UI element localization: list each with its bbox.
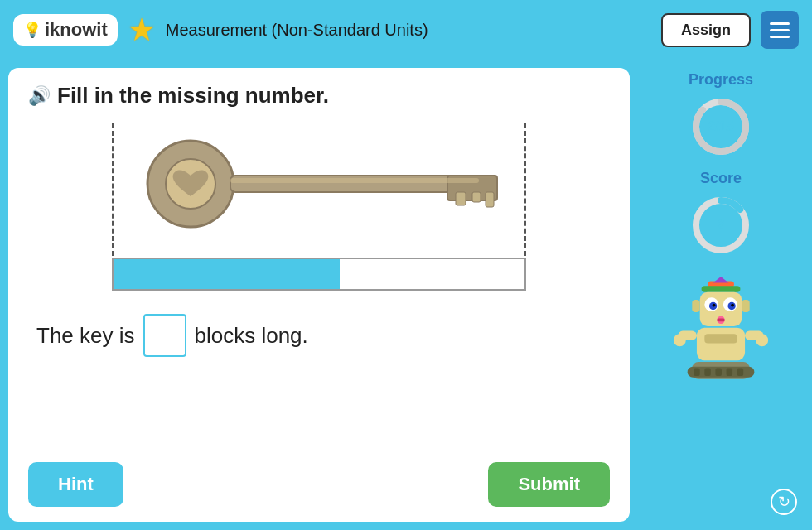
svg-rect-14 — [702, 286, 741, 292]
bulb-icon: 💡 — [23, 21, 41, 39]
score-circle: 2 — [688, 192, 754, 258]
svg-marker-13 — [713, 277, 729, 283]
star-icon: ★ — [128, 12, 156, 48]
svg-rect-23 — [717, 319, 724, 322]
next-arrow-button[interactable]: ↻ — [771, 489, 797, 515]
key-container — [112, 123, 526, 256]
sound-icon[interactable]: 🔊 — [28, 85, 51, 107]
app-header: 💡 iknowit ★ Measurement (Non-Standard Un… — [0, 0, 812, 60]
hamburger-line-1 — [770, 22, 790, 25]
svg-rect-26 — [697, 328, 745, 360]
assign-button[interactable]: Assign — [661, 13, 751, 47]
dashed-line-left — [112, 123, 114, 256]
progress-circle: 2/15 — [688, 94, 754, 160]
svg-rect-35 — [704, 369, 711, 376]
hamburger-line-3 — [770, 36, 790, 38]
question-header: 🔊 Fill in the missing number. — [28, 83, 610, 108]
progress-value: 2/15 — [708, 119, 733, 134]
svg-point-20 — [713, 304, 716, 307]
right-panel: Progress 2/15 Score 2 — [638, 68, 804, 522]
mascot-area — [667, 275, 775, 399]
sentence-before: The key is — [36, 323, 135, 349]
svg-rect-36 — [715, 369, 722, 376]
svg-rect-6 — [486, 192, 494, 207]
bar-filled-portion — [114, 259, 340, 289]
measurement-bar — [112, 258, 526, 291]
svg-rect-25 — [742, 300, 749, 312]
key-image-area — [28, 123, 610, 291]
svg-rect-7 — [230, 178, 479, 183]
robot-mascot — [667, 275, 775, 399]
lesson-title: Measurement (Non-Standard Units) — [166, 21, 651, 40]
score-label: Score — [700, 170, 742, 187]
svg-rect-24 — [692, 300, 699, 312]
action-buttons-row: Hint Submit — [28, 455, 610, 507]
dashed-line-right — [524, 123, 526, 256]
logo: 💡 iknowit — [13, 14, 118, 46]
svg-point-31 — [756, 334, 768, 346]
svg-rect-4 — [456, 192, 466, 205]
progress-label: Progress — [689, 71, 753, 89]
key-svg — [124, 130, 514, 238]
main-layout: 🔊 Fill in the missing number. — [0, 60, 812, 530]
question-instruction: Fill in the missing number. — [57, 83, 329, 108]
svg-point-30 — [674, 334, 686, 346]
progress-section: Progress 2/15 — [688, 71, 754, 160]
sentence-after: blocks long. — [195, 323, 308, 349]
hint-button[interactable]: Hint — [28, 462, 123, 507]
svg-rect-34 — [694, 369, 700, 376]
hamburger-line-2 — [770, 29, 790, 31]
question-panel: 🔊 Fill in the missing number. — [8, 68, 630, 522]
svg-rect-5 — [472, 192, 481, 202]
fill-sentence: The key is blocks long. — [28, 314, 610, 357]
svg-point-21 — [731, 304, 734, 307]
bar-empty-portion — [340, 259, 524, 289]
svg-rect-27 — [704, 334, 737, 343]
svg-rect-37 — [727, 369, 733, 376]
logo-text: iknowit — [45, 19, 108, 41]
score-section: Score 2 — [688, 170, 754, 258]
key-image — [120, 128, 518, 239]
submit-button[interactable]: Submit — [488, 462, 610, 507]
score-value: 2 — [718, 218, 725, 233]
menu-button[interactable] — [761, 11, 799, 49]
answer-input[interactable] — [143, 314, 186, 357]
svg-rect-38 — [737, 369, 744, 376]
